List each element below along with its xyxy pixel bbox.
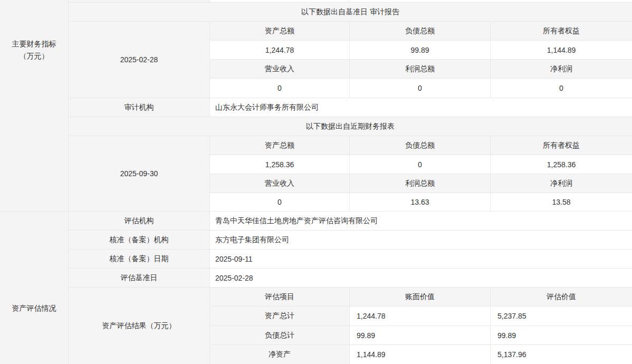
result-appraised-total-liabilities: 99.89 <box>491 326 632 345</box>
value-operating-revenue: 0 <box>210 79 350 98</box>
audit-agency-value: 山东永大会计师事务所有限公司 <box>210 98 632 117</box>
value-operating-revenue: 0 <box>210 193 350 212</box>
col-header-owner-equity: 所有者权益 <box>491 22 632 41</box>
recent-section-header: 以下数据出自近期财务报表 <box>69 117 632 136</box>
value-owner-equity: 1,258.36 <box>491 155 632 174</box>
approval-date-value: 2025-09-11 <box>210 250 632 269</box>
col-header-operating-revenue: 营业收入 <box>210 60 350 79</box>
result-book-net-assets: 1,144.89 <box>350 345 491 364</box>
evaluation-agency-label: 评估机构 <box>69 212 210 231</box>
col-header-total-profit: 利润总额 <box>350 174 491 193</box>
result-item-net-assets: 净资产 <box>210 345 350 364</box>
col-header-total-liabilities: 负债总额 <box>350 136 491 155</box>
approval-agency-label: 核准（备案）机构 <box>69 231 210 250</box>
col-header-evaluation-item: 评估项目 <box>210 288 350 306</box>
col-header-total-profit: 利润总额 <box>350 60 491 79</box>
value-total-assets: 1,258.36 <box>210 155 350 174</box>
audit-agency-label: 审计机构 <box>69 98 210 117</box>
result-item-total-assets: 资产总计 <box>210 306 350 326</box>
col-header-book-value: 账面价值 <box>350 288 491 306</box>
evaluation-base-date-value: 2025-02-28 <box>210 269 632 288</box>
col-header-net-profit: 净利润 <box>491 60 632 79</box>
col-header-appraised-value: 评估价值 <box>491 288 632 306</box>
value-net-profit: 0 <box>491 79 632 98</box>
baseline-date-cell: 2025-02-28 <box>69 22 210 98</box>
value-owner-equity: 1,144.89 <box>491 41 632 60</box>
col-header-owner-equity: 所有者权益 <box>491 136 632 155</box>
col-header-total-assets: 资产总额 <box>210 136 350 155</box>
value-total-assets: 1,244.78 <box>210 41 350 60</box>
section-label-financial-indicators-line1: 主要财务指标 <box>0 38 68 50</box>
section-cell-financial-indicators: 主要财务指标 （万元） <box>0 0 69 212</box>
result-book-total-liabilities: 99.89 <box>350 326 491 345</box>
result-item-total-liabilities: 负债总计 <box>210 326 350 345</box>
evaluation-base-date-label: 评估基准日 <box>69 269 210 288</box>
value-total-profit: 13.63 <box>350 193 491 212</box>
evaluation-result-label: 资产评估结果（万元） <box>69 288 210 364</box>
section-label-financial-indicators-line2: （万元） <box>0 50 68 62</box>
value-net-profit: 13.58 <box>491 193 632 212</box>
baseline-section-header: 以下数据出自基准日 审计报告 <box>69 3 632 22</box>
result-book-total-assets: 1,244.78 <box>350 306 491 326</box>
value-total-profit: 0 <box>350 79 491 98</box>
financial-detail-table: 主要财务指标 （万元） 资产评估情况 以下数据出自基准日 审计报告 2025-0… <box>0 0 632 364</box>
col-header-total-assets: 资产总额 <box>210 22 350 41</box>
value-total-liabilities: 0 <box>350 155 491 174</box>
recent-date-cell: 2025-09-30 <box>69 136 210 212</box>
result-appraised-net-assets: 5,137.96 <box>491 345 632 364</box>
approval-date-label: 核准（备案）日期 <box>69 250 210 269</box>
section-cell-asset-evaluation: 资产评估情况 <box>0 212 69 364</box>
value-total-liabilities: 99.89 <box>350 41 491 60</box>
col-header-total-liabilities: 负债总额 <box>350 22 491 41</box>
col-header-net-profit: 净利润 <box>491 174 632 193</box>
section-label-asset-evaluation: 资产评估情况 <box>0 302 68 314</box>
evaluation-agency-value: 青岛中天华佳信土地房地产资产评估咨询有限公司 <box>210 212 632 231</box>
col-header-operating-revenue: 营业收入 <box>210 174 350 193</box>
approval-agency-value: 东方电子集团有限公司 <box>210 231 632 250</box>
result-appraised-total-assets: 5,237.85 <box>491 306 632 326</box>
